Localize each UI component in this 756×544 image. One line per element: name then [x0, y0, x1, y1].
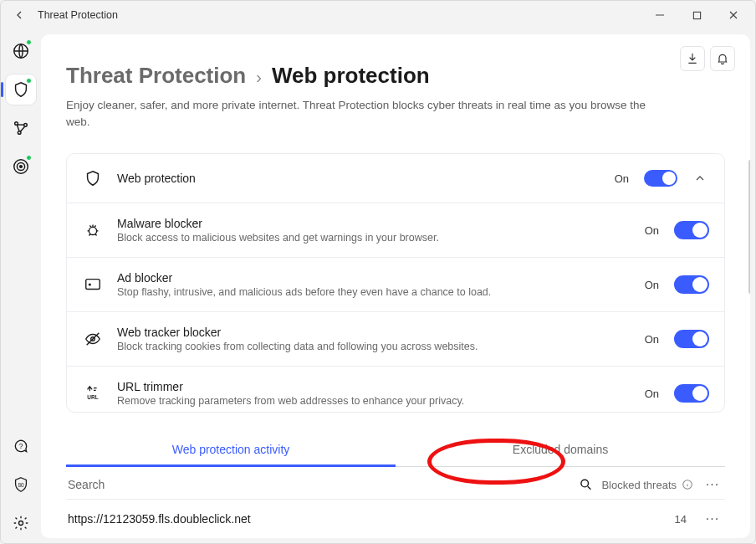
malware-blocker-row[interactable]: Malware blocker Block access to maliciou…	[67, 203, 724, 257]
row-title: Ad blocker	[117, 271, 631, 285]
window-title: Threat Protection	[34, 9, 641, 21]
row-desc: Block tracking cookies from collecting d…	[117, 341, 631, 352]
notifications-button[interactable]	[710, 46, 735, 71]
activity-count: 14	[660, 513, 702, 526]
row-title: URL trimmer	[117, 380, 631, 393]
status-dot	[26, 78, 32, 84]
bell-icon	[716, 52, 729, 65]
ad-toggle[interactable]	[674, 275, 709, 294]
row-title: Web tracker blocker	[117, 326, 631, 339]
tracker-toggle[interactable]	[674, 330, 709, 348]
app-window: Threat Protection	[0, 0, 756, 544]
settings-icon	[13, 515, 29, 531]
svg-text:URL: URL	[87, 395, 98, 401]
breadcrumb-parent[interactable]: Threat Protection	[66, 63, 246, 89]
chat-icon: ?	[13, 438, 29, 454]
svg-point-13	[89, 284, 90, 285]
download-icon	[686, 52, 699, 65]
row-overflow-button[interactable]: ···	[702, 511, 723, 526]
activity-header: Blocked threats ···	[66, 467, 725, 500]
rail-help[interactable]: ?	[6, 431, 36, 461]
side-rail: ? 80	[1, 29, 41, 543]
url-icon: URL	[82, 382, 104, 404]
rail-shield-count[interactable]: 80	[6, 470, 36, 500]
row-state: On	[645, 333, 659, 346]
titlebar: Threat Protection	[1, 1, 755, 29]
row-desc: Stop flashy, intrusive, and malicious ad…	[117, 286, 631, 298]
page-subtitle: Enjoy cleaner, safer, and more private i…	[66, 97, 668, 130]
ad-blocker-row[interactable]: Ad blocker Stop flashy, intrusive, and m…	[67, 257, 724, 311]
close-button[interactable]	[715, 3, 752, 27]
status-dot	[26, 39, 32, 45]
main-panel: Threat Protection › Web protection Enjoy…	[41, 34, 750, 538]
header-overflow-button[interactable]: ···	[702, 477, 723, 492]
collapse-button[interactable]	[691, 172, 709, 185]
shield80-icon: 80	[12, 475, 30, 494]
minimize-button[interactable]	[641, 3, 678, 27]
info-icon[interactable]	[682, 479, 693, 490]
breadcrumb: Threat Protection › Web protection	[66, 63, 725, 89]
blocked-threats-header: Blocked threats	[601, 479, 693, 491]
svg-text:80: 80	[18, 482, 24, 488]
row-desc: Block access to malicious websites and g…	[117, 232, 631, 244]
ad-icon	[82, 274, 104, 295]
eye-off-icon	[82, 328, 104, 350]
app-body: ? 80 Threat Protection ›	[1, 29, 755, 543]
activity-row[interactable]: https://12123059.fls.doubleclick.net 14 …	[66, 500, 725, 538]
svg-point-16	[581, 480, 589, 487]
activity-url: https://12123059.fls.doubleclick.net	[68, 512, 660, 526]
chevron-up-icon	[693, 172, 707, 185]
rail-mesh[interactable]	[6, 113, 36, 143]
row-title: Web protection	[117, 172, 601, 185]
svg-point-3	[24, 124, 28, 127]
features-card: Web protection On Malware blocker Block …	[66, 153, 725, 413]
row-state: On	[645, 387, 659, 400]
status-dot	[26, 155, 32, 161]
tab-excluded-domains[interactable]: Excluded domains	[396, 434, 725, 466]
bug-icon	[82, 219, 104, 241]
svg-rect-0	[693, 12, 700, 18]
scrollbar[interactable]	[748, 160, 750, 294]
row-title: Malware blocker	[117, 217, 631, 230]
url-trimmer-toggle[interactable]	[674, 384, 709, 403]
arrow-left-icon	[13, 8, 26, 22]
tracker-blocker-row[interactable]: Web tracker blocker Block tracking cooki…	[67, 311, 724, 366]
back-button[interactable]	[4, 8, 34, 22]
row-state: On	[615, 172, 629, 185]
rail-settings[interactable]	[6, 508, 36, 538]
activity-tabs: Web protection activity Excluded domains	[66, 434, 725, 467]
row-state: On	[645, 279, 659, 291]
row-desc: Remove tracking parameters from web addr…	[117, 395, 631, 407]
search-field[interactable]	[68, 477, 593, 492]
svg-point-2	[15, 122, 18, 126]
mesh-icon	[12, 119, 30, 137]
shield-outline-icon	[82, 167, 104, 189]
chevron-right-icon: ›	[256, 68, 262, 87]
malware-toggle[interactable]	[674, 221, 709, 239]
rail-globe[interactable]	[6, 36, 36, 66]
web-protection-toggle[interactable]	[644, 170, 677, 187]
download-button[interactable]	[680, 46, 705, 71]
svg-rect-12	[86, 280, 100, 290]
svg-text:?: ?	[19, 442, 23, 450]
svg-point-10	[19, 521, 23, 526]
search-icon	[579, 477, 593, 492]
url-trimmer-row[interactable]: URL URL trimmer Remove tracking paramete…	[67, 366, 724, 413]
svg-point-7	[20, 166, 23, 168]
tab-activity[interactable]: Web protection activity	[66, 434, 396, 466]
search-input[interactable]	[68, 478, 572, 491]
web-protection-row[interactable]: Web protection On	[67, 154, 724, 203]
top-actions	[680, 46, 735, 71]
maximize-button[interactable]	[678, 3, 715, 27]
row-state: On	[645, 224, 659, 237]
rail-target[interactable]	[6, 151, 36, 182]
page-title: Web protection	[272, 63, 430, 89]
rail-shield[interactable]	[6, 74, 36, 105]
window-controls	[641, 3, 752, 27]
